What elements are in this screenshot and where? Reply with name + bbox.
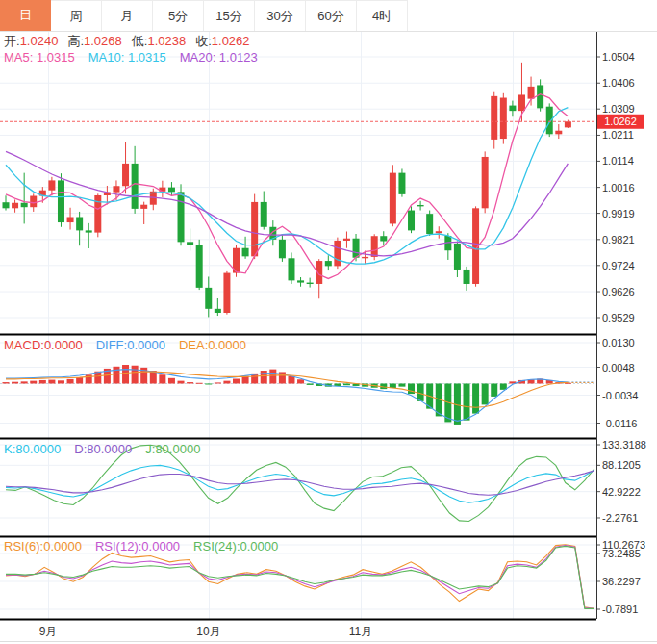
macd-bar [122, 365, 129, 383]
candle-body [215, 309, 221, 313]
candle-body [21, 203, 28, 207]
candle-body [500, 98, 507, 140]
tab-m60[interactable]: 60分 [306, 0, 357, 31]
candle-body [482, 157, 489, 208]
candle-body [251, 202, 258, 256]
candle-body [546, 107, 553, 135]
chart-canvas[interactable]: 1.05041.04061.03091.02111.01141.00160.99… [0, 0, 657, 644]
y-axis-label: -0.0034 [602, 390, 638, 401]
indicator-line [6, 445, 594, 521]
candle-body [76, 217, 83, 230]
macd-bar [464, 383, 470, 420]
candle-body [261, 202, 267, 227]
y-axis-label: 0.9724 [602, 260, 635, 271]
candle-body [390, 173, 396, 224]
candle-body [113, 186, 119, 192]
macd-bar [58, 380, 64, 383]
candle-body [334, 241, 341, 266]
candle-body [398, 173, 405, 194]
candle-body [3, 202, 10, 208]
macd-bar [233, 379, 240, 384]
y-axis-label: 88.1205 [602, 459, 641, 471]
y-axis-label: -0.7891 [602, 604, 638, 615]
macd-bar [482, 383, 489, 404]
candle-body [168, 188, 175, 193]
macd-bar [30, 381, 37, 384]
macd-bar [67, 379, 74, 384]
macd-bar [48, 380, 55, 384]
candle-body [67, 217, 74, 222]
candle-body [242, 248, 249, 257]
candle-body [30, 196, 37, 208]
y-axis-label: 0.0130 [602, 337, 635, 348]
candle-body [454, 244, 461, 270]
candle-body [380, 236, 387, 241]
candle-body [316, 261, 322, 284]
macd-bar [39, 380, 46, 384]
candle-body [426, 214, 433, 234]
candle-body [178, 192, 185, 242]
macd-bar [297, 379, 304, 383]
kline-chart-app: 日周月5分15分30分60分4时 1.05041.04061.03091.021… [0, 0, 657, 644]
macd-bar [491, 383, 497, 396]
current-price-tag-label: 1.0262 [604, 116, 637, 127]
candle-body [58, 180, 64, 222]
macd-bar [113, 367, 119, 384]
y-axis-label: 0.9919 [602, 208, 635, 219]
macd-bar [168, 378, 175, 384]
macd-bar [205, 383, 212, 384]
candles-layer [3, 63, 571, 318]
candle-body [537, 85, 543, 108]
x-axis-label: 10月 [196, 625, 220, 638]
y-axis-label: 1.0309 [602, 103, 635, 115]
macd-bar [187, 382, 193, 383]
y-axis-label: 1.0504 [602, 51, 635, 63]
candle-body [353, 239, 360, 258]
candle-body [565, 121, 571, 127]
tab-m15[interactable]: 15分 [204, 0, 255, 31]
tab-day[interactable]: 日 [0, 0, 51, 31]
macd-bar [12, 382, 18, 384]
tab-month[interactable]: 月 [102, 0, 153, 31]
tab-week[interactable]: 周 [51, 0, 102, 31]
macd-bar [269, 370, 276, 384]
y-axis-label: -0.0116 [602, 418, 638, 429]
macd-bar [398, 383, 405, 386]
y-axis-label: 1.0016 [602, 182, 635, 193]
candle-body [464, 270, 470, 284]
macd-bar [408, 383, 415, 394]
candle-body [362, 257, 368, 258]
y-axis-label: 73.2485 [602, 548, 641, 559]
y-axis-label: -2.2761 [602, 512, 638, 524]
candle-body [528, 87, 535, 99]
y-axis-label: 42.9222 [602, 486, 641, 498]
candle-body [187, 242, 193, 245]
y-axis-label: 1.0114 [602, 155, 634, 167]
y-axis-label: 0.9626 [602, 286, 635, 297]
candle-body [436, 231, 442, 233]
macd-bar [261, 371, 267, 383]
candle-body [86, 230, 92, 232]
macd-bar [343, 383, 350, 385]
macd-bar [215, 382, 221, 383]
candle-body [288, 258, 294, 280]
macd-bar [178, 381, 185, 384]
indicator-line [6, 545, 594, 609]
y-axis-label: 0.9821 [602, 234, 635, 245]
candle-body [371, 236, 378, 257]
candle-body [555, 131, 562, 135]
indicator-line [6, 546, 594, 608]
candle-body [132, 164, 139, 209]
tab-h4[interactable]: 4时 [357, 0, 408, 31]
y-axis-label: 0.0048 [602, 362, 635, 374]
macd-bar [76, 377, 83, 383]
tab-m5[interactable]: 5分 [153, 0, 204, 31]
y-axis-label: 0.9529 [602, 312, 635, 323]
y-axis-label: 1.0406 [602, 77, 635, 89]
macd-bar [223, 381, 230, 384]
candle-body [307, 283, 314, 284]
tab-m30[interactable]: 30分 [255, 0, 306, 31]
candle-body [325, 261, 332, 266]
macd-bar [159, 374, 165, 383]
candle-body [509, 106, 516, 112]
